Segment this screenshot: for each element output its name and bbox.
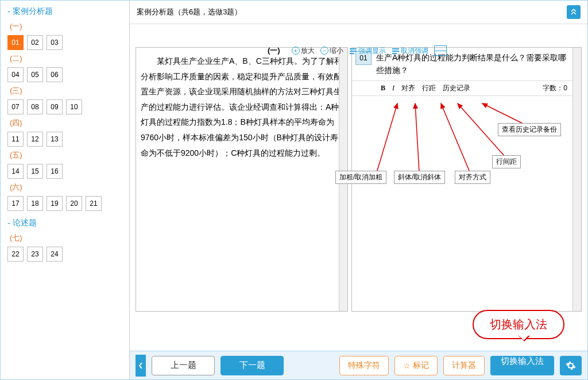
calculator-button[interactable]: 计算器 [443, 356, 485, 375]
main-area: 案例分析题（共6题，选做3题） (一) +放大 −缩小 强调显示 取消强调 [130, 1, 587, 379]
anno-bold-toggle: 加粗/取消加粗 [335, 171, 386, 184]
question-nav-06[interactable]: 06 [47, 67, 63, 82]
question-nav-22[interactable]: 22 [7, 247, 24, 262]
question-nav-02[interactable]: 02 [27, 35, 43, 50]
group-label: (六) [10, 182, 122, 193]
svg-line-10 [415, 103, 419, 172]
collapse-sidebar-button[interactable] [136, 355, 146, 377]
group-label: (一) [10, 21, 122, 32]
question-nav-18[interactable]: 18 [27, 196, 43, 211]
question-nav-09[interactable]: 09 [47, 99, 63, 114]
bottom-bar: 上一题 下一题 特殊字符 ☆标记 计算器 切换输入法 [130, 351, 587, 379]
question-nav-05[interactable]: 05 [27, 67, 43, 82]
question-nav-10[interactable]: 10 [66, 99, 82, 114]
group-label: (五) [10, 150, 122, 160]
question-nav-08[interactable]: 08 [27, 99, 43, 114]
ime-callout: 切换输入法 [473, 310, 564, 339]
question-nav-15[interactable]: 15 [27, 164, 43, 179]
group-label: (三) [10, 86, 122, 96]
chevron-left-icon [138, 362, 143, 369]
anno-italic-toggle: 斜体/取消斜体 [394, 171, 445, 184]
anno-line-spacing: 行间距 [492, 155, 521, 168]
section-title-case: - 案例分析题 [7, 6, 122, 17]
svg-line-9 [441, 103, 470, 172]
switch-ime-button[interactable]: 切换输入法 [490, 356, 554, 375]
question-nav-19[interactable]: 19 [47, 196, 63, 211]
question-nav-24[interactable]: 24 [47, 247, 63, 262]
svg-line-11 [377, 103, 397, 172]
question-nav-23[interactable]: 23 [27, 247, 43, 262]
group-label: (七) [10, 233, 122, 243]
question-nav-03[interactable]: 03 [47, 35, 63, 50]
prev-button[interactable]: 上一题 [152, 356, 215, 375]
question-nav-17[interactable]: 17 [7, 196, 24, 211]
sidebar: - 案例分析题 (一) 01 02 03 (二) 04 05 06 (三) 07… [1, 1, 130, 379]
question-nav-12[interactable]: 12 [27, 132, 43, 147]
group-label: (四) [10, 118, 122, 128]
anno-align-method: 对齐方式 [455, 171, 490, 184]
group-label: (二) [10, 53, 122, 64]
svg-line-7 [482, 103, 527, 125]
question-nav-14[interactable]: 14 [7, 164, 24, 179]
next-button[interactable]: 下一题 [220, 356, 284, 375]
mark-button[interactable]: ☆标记 [394, 356, 438, 375]
star-icon: ☆ [403, 361, 411, 370]
question-nav-21[interactable]: 21 [86, 196, 102, 211]
question-nav-20[interactable]: 20 [66, 196, 82, 211]
question-nav-04[interactable]: 04 [7, 67, 24, 82]
section-title-essay: - 论述题 [7, 218, 122, 228]
anno-backup-history: 查看历史记录备份 [498, 123, 561, 136]
settings-button[interactable] [560, 356, 582, 375]
question-nav-01[interactable]: 01 [7, 35, 24, 50]
gear-icon [566, 360, 576, 371]
question-nav-11[interactable]: 11 [7, 132, 24, 147]
question-nav-07[interactable]: 07 [7, 99, 24, 114]
question-nav-13[interactable]: 13 [47, 132, 63, 147]
special-chars-button[interactable]: 特殊字符 [339, 356, 389, 375]
question-nav-16[interactable]: 16 [47, 164, 63, 179]
